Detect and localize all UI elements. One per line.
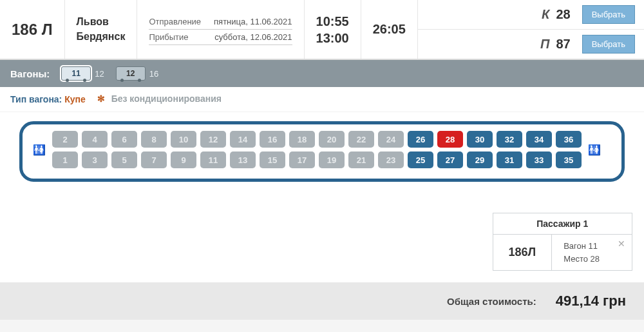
seat-27[interactable]: 27 xyxy=(437,151,463,168)
route-from: Львов xyxy=(77,15,126,29)
seat-bay: 65 xyxy=(111,131,137,168)
class-count: 28 xyxy=(556,7,570,22)
seat-15: 15 xyxy=(260,151,285,168)
seat-5: 5 xyxy=(111,151,137,168)
route-cell: Львов Бердянск xyxy=(65,0,138,59)
seat-bays: 2143658710912111413161518172019222124232… xyxy=(52,131,582,168)
seat-29[interactable]: 29 xyxy=(467,151,493,168)
wagon-icon: 11 xyxy=(61,66,91,81)
class-row-k: К 28 Выбрать xyxy=(418,0,644,30)
wagon-chip-11[interactable]: 11 12 xyxy=(61,66,104,81)
seat-20: 20 xyxy=(319,131,345,148)
train-header: 186 Л Львов Бердянск Отправление пятница… xyxy=(0,0,644,60)
total-label: Общая стоимость: xyxy=(447,296,536,307)
classes-cell: К 28 Выбрать П 87 Выбрать xyxy=(418,0,644,59)
select-class-k-button[interactable]: Выбрать xyxy=(582,5,635,24)
wagon-capacity: 16 xyxy=(149,69,158,79)
train-number-cell: 186 Л xyxy=(0,0,65,59)
passenger-wagon: Вагон 11 xyxy=(564,240,600,253)
total-bar: Общая стоимость: 491,14 грн xyxy=(0,282,644,320)
seat-6: 6 xyxy=(111,131,137,148)
passenger-train: 186Л xyxy=(493,234,553,270)
passenger-title: Пассажир 1 xyxy=(493,213,632,234)
seat-14: 14 xyxy=(230,131,256,148)
seat-25[interactable]: 25 xyxy=(408,151,433,168)
car-type-label: Тип вагона: xyxy=(10,94,62,104)
wagon-icon: 12 xyxy=(116,66,146,81)
seat-24: 24 xyxy=(378,131,404,148)
seat-36[interactable]: 36 xyxy=(556,131,582,148)
passenger-card: Пассажир 1 186Л Вагон 11 Место 28 ✕ xyxy=(493,213,633,271)
seat-bay: 3635 xyxy=(556,131,582,168)
seat-bay: 109 xyxy=(171,131,196,168)
no-ac-icon: ✻ xyxy=(97,93,109,105)
schedule-cell: Отправление пятница, 11.06.2021 Прибытие… xyxy=(137,0,304,59)
seat-35[interactable]: 35 xyxy=(556,151,582,168)
arrival-value: суббота, 12.06.2021 xyxy=(214,32,292,42)
seat-31[interactable]: 31 xyxy=(497,151,522,168)
total-value: 491,14 грн xyxy=(556,293,626,309)
times-cell: 10:55 13:00 xyxy=(305,0,361,59)
train-number: 186 Л xyxy=(12,21,53,39)
seat-bay: 1615 xyxy=(260,131,285,168)
seat-21: 21 xyxy=(348,151,374,168)
seat-bay: 87 xyxy=(141,131,167,168)
remove-passenger-button[interactable]: ✕ xyxy=(611,234,632,270)
seat-16: 16 xyxy=(260,131,285,148)
departure-label: Отправление xyxy=(149,17,201,26)
wagon-chip-12[interactable]: 12 16 xyxy=(116,66,158,81)
seat-23: 23 xyxy=(378,151,404,168)
seat-11: 11 xyxy=(200,151,226,168)
seat-bay: 1817 xyxy=(289,131,315,168)
class-code: К xyxy=(542,7,549,22)
seat-1: 1 xyxy=(52,151,78,168)
duration-cell: 26:05 xyxy=(361,0,418,59)
seat-2: 2 xyxy=(52,131,78,148)
seat-bay: 3433 xyxy=(526,131,552,168)
seat-30[interactable]: 30 xyxy=(467,131,493,148)
seat-13: 13 xyxy=(230,151,256,168)
wagon-bar: Вагоны: 11 12 12 16 xyxy=(0,60,644,87)
seat-19: 19 xyxy=(319,151,345,168)
seat-bay: 2423 xyxy=(378,131,404,168)
departure-time: 10:55 xyxy=(316,13,349,30)
select-class-p-button[interactable]: Выбрать xyxy=(582,35,635,54)
passenger-area: Пассажир 1 186Л Вагон 11 Место 28 ✕ xyxy=(0,201,644,282)
class-count: 87 xyxy=(556,37,570,52)
seat-10: 10 xyxy=(171,131,196,148)
car-type-bar: Тип вагона: Купе ✻ Без кондиционирования xyxy=(0,87,644,112)
seat-18: 18 xyxy=(289,131,315,148)
seat-bay: 3029 xyxy=(467,131,493,168)
seat-bay: 3231 xyxy=(497,131,522,168)
duration: 26:05 xyxy=(373,22,406,37)
toilet-right-icon: 🚻 xyxy=(587,144,602,156)
seat-7: 7 xyxy=(141,151,167,168)
passenger-seat: Место 28 xyxy=(564,253,600,266)
class-row-p: П 87 Выбрать xyxy=(418,30,644,59)
no-ac-text: Без кондиционирования xyxy=(111,93,222,104)
seat-32[interactable]: 32 xyxy=(497,131,522,148)
arrival-row: Прибытие суббота, 12.06.2021 xyxy=(149,30,292,45)
wagons-label: Вагоны: xyxy=(10,68,50,79)
seat-34[interactable]: 34 xyxy=(526,131,552,148)
arrival-time: 13:00 xyxy=(316,30,349,46)
seat-bay: 2625 xyxy=(408,131,433,168)
seat-26[interactable]: 26 xyxy=(408,131,433,148)
seat-9: 9 xyxy=(171,151,196,168)
class-code: П xyxy=(540,37,549,52)
departure-value: пятница, 11.06.2021 xyxy=(214,17,292,26)
seat-bay: 2827 xyxy=(437,131,463,168)
seat-33[interactable]: 33 xyxy=(526,151,552,168)
seat-8: 8 xyxy=(141,131,167,148)
seat-bay: 43 xyxy=(82,131,108,168)
wagon-capacity: 12 xyxy=(95,69,104,79)
seat-4: 4 xyxy=(82,131,108,148)
seatmap-wrap: 🚻 21436587109121114131615181720192221242… xyxy=(0,112,644,201)
seat-bay: 21 xyxy=(52,131,78,168)
seat-17: 17 xyxy=(289,151,315,168)
passenger-info: Вагон 11 Место 28 xyxy=(552,234,611,270)
seat-bay: 2019 xyxy=(319,131,345,168)
seat-28[interactable]: 28 xyxy=(437,131,463,148)
seat-bay: 1211 xyxy=(200,131,226,168)
seat-3: 3 xyxy=(82,151,108,168)
